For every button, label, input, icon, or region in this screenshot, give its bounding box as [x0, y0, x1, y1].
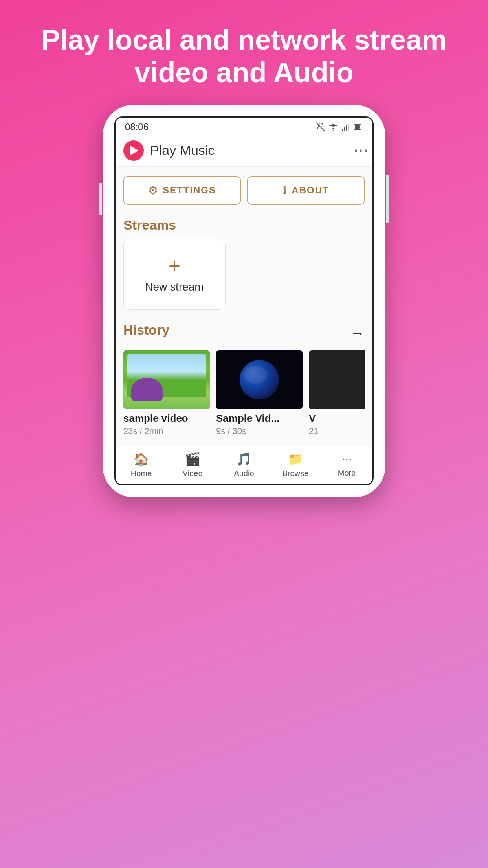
nav-label-home: Home [131, 469, 152, 478]
new-stream-label: New stream [145, 281, 204, 293]
app-logo [123, 140, 144, 161]
phone-side-btn-right [386, 175, 389, 223]
history-item-subtitle-1: 23s / 2min [123, 426, 210, 436]
history-item-title-3: V [309, 412, 365, 425]
battery-icon [354, 122, 363, 132]
phone-mockup: 08:06 [103, 105, 385, 497]
wifi-icon [328, 122, 338, 132]
about-label: ABOUT [292, 185, 329, 196]
history-arrow-icon[interactable]: → [350, 325, 365, 341]
nav-item-video[interactable]: 🎬 Video [167, 452, 218, 478]
more-icon: ··· [341, 452, 352, 466]
plus-icon: + [169, 256, 180, 276]
settings-button[interactable]: ⚙ SETTINGS [123, 176, 241, 205]
nature-thumb [123, 350, 210, 409]
svg-rect-8 [355, 125, 360, 129]
history-thumbnail-1 [123, 350, 210, 409]
phone-screen: 08:06 [114, 116, 374, 485]
nav-item-audio[interactable]: 🎵 Audio [218, 452, 270, 478]
earth-thumb [216, 350, 303, 409]
svg-rect-5 [348, 124, 349, 131]
history-section: History → sample video 23s / 2min [123, 322, 365, 436]
streams-section: Streams + New stream [123, 217, 365, 310]
content-area: ⚙ SETTINGS ℹ ABOUT Streams + New stream [116, 167, 372, 446]
bell-muted-icon [316, 122, 325, 132]
svg-point-1 [333, 130, 334, 131]
svg-rect-2 [342, 129, 343, 131]
nav-label-video: Video [183, 469, 203, 478]
info-icon: ℹ [283, 184, 287, 197]
new-stream-card[interactable]: + New stream [123, 239, 226, 310]
history-item-subtitle-2: 9s / 30s [216, 426, 303, 436]
home-icon: 🏠 [133, 452, 149, 467]
app-bar: Play Music ⋮ [116, 135, 372, 167]
audio-icon: 🎵 [236, 452, 252, 467]
status-time: 08:06 [125, 121, 149, 132]
history-header: History → [123, 322, 365, 344]
hero-title: Play local and network stream video and … [0, 0, 488, 105]
history-row: sample video 23s / 2min Sample Vid... 9s… [123, 350, 365, 436]
nav-label-browse: Browse [282, 469, 308, 478]
video-icon: 🎬 [185, 452, 200, 467]
status-icons [316, 122, 363, 132]
nav-label-more: More [338, 469, 356, 478]
svg-rect-4 [346, 125, 347, 131]
svg-line-0 [316, 123, 325, 131]
nav-item-more[interactable]: ··· More [321, 452, 372, 478]
nav-item-browse[interactable]: 📁 Browse [270, 452, 321, 478]
streams-title: Streams [123, 217, 365, 233]
partial-thumb [309, 350, 365, 409]
play-icon [130, 146, 138, 155]
overflow-menu-button[interactable]: ⋮ [356, 143, 365, 158]
nav-label-audio: Audio [234, 469, 254, 478]
action-button-row: ⚙ SETTINGS ℹ ABOUT [123, 176, 365, 205]
history-thumbnail-3 [309, 350, 365, 409]
history-item[interactable]: Sample Vid... 9s / 30s [216, 350, 303, 436]
history-item[interactable]: V 21 [309, 350, 365, 436]
history-thumbnail-2 [216, 350, 303, 409]
history-item-subtitle-3: 21 [309, 426, 365, 436]
earth-circle [240, 360, 279, 399]
browse-icon: 📁 [288, 452, 303, 467]
history-item-title-1: sample video [123, 412, 210, 425]
history-title: History [123, 322, 169, 338]
history-item-title-2: Sample Vid... [216, 412, 303, 425]
status-bar: 08:06 [116, 118, 372, 135]
settings-label: SETTINGS [163, 185, 216, 196]
bottom-nav: 🏠 Home 🎬 Video 🎵 Audio 📁 Browse ··· More [116, 446, 372, 484]
app-title: Play Music [150, 143, 356, 158]
phone-side-btn-left [99, 183, 102, 215]
nav-item-home[interactable]: 🏠 Home [116, 452, 167, 478]
history-item[interactable]: sample video 23s / 2min [123, 350, 210, 436]
gear-icon: ⚙ [148, 184, 158, 197]
svg-rect-3 [344, 127, 345, 131]
about-button[interactable]: ℹ ABOUT [247, 176, 365, 205]
signal-icon [341, 122, 350, 132]
